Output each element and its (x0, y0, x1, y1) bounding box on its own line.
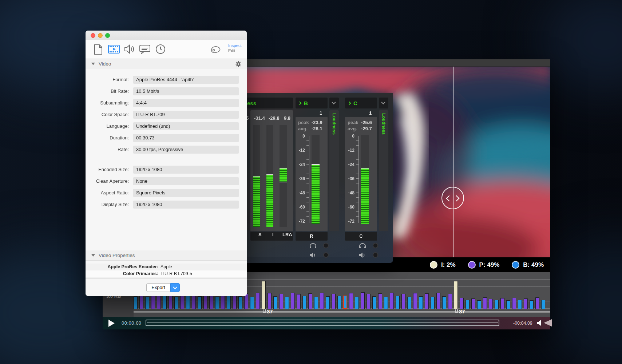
speaker-icon[interactable] (359, 252, 366, 258)
seek-bar[interactable] (146, 320, 499, 326)
p-frame-bar[interactable] (256, 293, 260, 309)
b-frame-bar[interactable] (174, 297, 178, 309)
b-frame-bar[interactable] (355, 297, 359, 309)
p-frame-bar[interactable] (268, 293, 272, 309)
time-icon[interactable] (155, 44, 166, 55)
b-frame-bar[interactable] (372, 296, 376, 309)
b-frame-bar[interactable] (477, 300, 481, 309)
b-frame-bar[interactable] (541, 300, 545, 309)
p-frame-bar[interactable] (361, 292, 365, 309)
b-frame-bar[interactable] (431, 297, 435, 309)
b-frame-bar[interactable] (227, 296, 231, 309)
p-frame-bar[interactable] (401, 294, 405, 309)
b-frame-bar[interactable] (326, 296, 330, 309)
solo-toggle[interactable] (323, 243, 329, 248)
p-frame-bar[interactable] (512, 298, 516, 309)
minimize-button[interactable] (98, 33, 103, 38)
headphones-icon[interactable] (309, 243, 317, 249)
gear-icon[interactable] (235, 61, 242, 67)
solo-toggle[interactable] (373, 243, 378, 248)
meter-c-loudness-tab[interactable]: Loudness (379, 110, 388, 231)
mute-toggle[interactable] (323, 252, 329, 258)
b-frame-bar[interactable] (198, 296, 202, 309)
mute-toggle[interactable] (373, 252, 378, 258)
export-dropdown-button[interactable] (170, 283, 180, 292)
b-frame-bar[interactable] (215, 297, 219, 309)
subtitle-icon[interactable] (139, 44, 150, 55)
properties-section-header[interactable]: Video Properties (86, 250, 247, 261)
p-frame-bar[interactable] (221, 294, 225, 309)
close-button[interactable] (91, 33, 95, 38)
export-button[interactable]: Export (146, 283, 170, 292)
b-frame-bar[interactable] (337, 296, 341, 309)
meter-c-collapse[interactable] (379, 98, 388, 108)
b-frame-bar[interactable] (407, 297, 411, 309)
video-icon[interactable] (108, 44, 119, 55)
i-frame-bar[interactable] (454, 281, 458, 309)
b-frame-bar[interactable] (384, 297, 388, 309)
meter-c-header[interactable]: C (345, 98, 377, 108)
b-frame-bar[interactable] (285, 297, 289, 309)
p-frame-bar[interactable] (320, 293, 324, 309)
b-frame-bar[interactable] (442, 296, 446, 309)
p-frame-bar[interactable] (413, 293, 417, 309)
b-frame-bar[interactable] (186, 296, 190, 309)
p-frame-bar[interactable] (436, 293, 440, 309)
b-frame-bar[interactable] (495, 300, 499, 309)
headphones-icon[interactable] (359, 243, 366, 249)
b-frame-bar[interactable] (518, 300, 522, 309)
p-frame-bar[interactable] (279, 294, 283, 309)
p-frame-bar[interactable] (535, 297, 539, 309)
b-frame-bar[interactable] (273, 296, 277, 309)
p-frame-bar[interactable] (425, 293, 429, 309)
meter-a-header[interactable]: Loudness (240, 98, 293, 108)
b-frame-bar[interactable] (506, 300, 510, 309)
p-frame-bar[interactable] (524, 298, 528, 309)
edit-tab[interactable]: Edit (228, 48, 242, 53)
b-frame-bar[interactable] (419, 296, 423, 309)
audio-icon[interactable] (124, 44, 135, 55)
video-section-header[interactable]: Video (86, 59, 247, 69)
p-frame-bar[interactable] (308, 293, 312, 309)
volume-slider[interactable] (544, 319, 552, 327)
b-frame-bar[interactable] (314, 297, 318, 309)
p-frame-bar[interactable] (390, 293, 394, 309)
p-frame-bar[interactable] (367, 294, 371, 309)
p-frame-bar[interactable] (500, 298, 504, 309)
meter-b-collapse[interactable] (329, 98, 339, 108)
p-frame-bar[interactable] (483, 297, 487, 309)
b-frame-bar[interactable] (134, 296, 138, 309)
play-button[interactable] (108, 320, 115, 327)
inspect-tab[interactable]: Inspect (228, 43, 242, 48)
zoom-button[interactable] (105, 33, 110, 38)
disclosure-triangle-icon[interactable] (91, 254, 95, 257)
inspector-titlebar[interactable] (86, 31, 247, 40)
p-frame-bar[interactable] (180, 294, 184, 309)
b-frame-bar[interactable] (250, 297, 254, 309)
b-frame-bar[interactable] (530, 300, 534, 309)
document-icon[interactable] (94, 44, 104, 55)
b-frame-bar[interactable] (163, 296, 167, 309)
b-frame-bar[interactable] (465, 300, 470, 309)
compare-slider-handle[interactable] (441, 187, 464, 209)
speaker-icon[interactable] (309, 252, 317, 258)
b-frame-bar[interactable] (396, 296, 400, 309)
disclosure-triangle-icon[interactable] (91, 63, 95, 65)
i-frame-bar[interactable] (262, 281, 266, 309)
inspect-mode-icon[interactable] (210, 45, 221, 54)
meter-b-loudness-tab[interactable]: Loudness (329, 110, 339, 231)
p-frame-bar[interactable] (448, 294, 452, 309)
p-frame-bar[interactable] (489, 299, 493, 309)
p-frame-bar[interactable] (297, 294, 301, 309)
p-frame-bar[interactable] (349, 293, 353, 309)
p-frame-bar[interactable] (460, 298, 464, 309)
p-frame-bar[interactable] (378, 293, 382, 309)
b-frame-bar[interactable] (238, 296, 242, 309)
p-frame-bar[interactable] (157, 294, 161, 309)
p-frame-bar[interactable] (332, 294, 336, 309)
b-frame-bar[interactable] (145, 297, 149, 309)
b-frame-bar[interactable] (302, 296, 306, 309)
volume-speaker-icon[interactable] (536, 320, 543, 326)
meter-b-header[interactable]: B (296, 98, 328, 108)
b-frame-bar[interactable] (343, 296, 347, 309)
